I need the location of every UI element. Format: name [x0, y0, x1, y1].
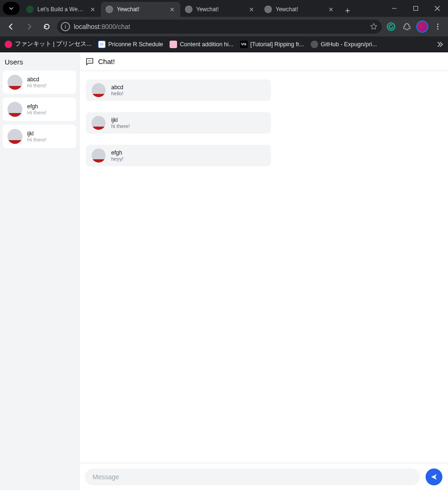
user-name: ijkl	[27, 130, 47, 137]
reload-button[interactable]	[39, 19, 54, 34]
forward-button[interactable]	[21, 19, 36, 34]
browser-titlebar: Let's Build a WebSo ✕ Yewchat! ✕ Yewchat…	[0, 0, 448, 17]
bookmark-icon: VG	[240, 41, 248, 48]
close-tab-icon[interactable]: ✕	[327, 6, 334, 13]
bookmark-star-icon[interactable]	[370, 22, 378, 31]
grammarly-extension-icon[interactable]	[384, 20, 398, 33]
minimize-button[interactable]	[384, 0, 405, 17]
address-bar[interactable]: i localhost:8000/chat	[57, 20, 382, 34]
svg-point-2	[387, 23, 395, 30]
message-sender: abcd	[111, 84, 123, 91]
window-controls	[384, 0, 448, 17]
tab-title: Let's Build a WebSo	[37, 6, 85, 13]
bookmark-item[interactable]: 31 Priconne R Schedule	[98, 41, 163, 48]
close-tab-icon[interactable]: ✕	[248, 6, 255, 13]
bookmark-icon	[311, 41, 318, 48]
svg-point-3	[437, 24, 439, 25]
message-bubble: efgh heyy!	[86, 145, 271, 166]
bookmark-icon	[170, 41, 177, 48]
user-card[interactable]: ijkl Hi there!	[3, 125, 76, 148]
favicon-icon	[106, 6, 113, 13]
bookmark-label: Priconne R Schedule	[108, 41, 163, 48]
bookmark-label: Content addition hi...	[180, 41, 234, 48]
tab-title: Yewchat!	[117, 6, 164, 13]
browser-tab[interactable]: Yewchat! ✕	[180, 2, 260, 17]
extensions-icon[interactable]	[400, 20, 413, 33]
user-card[interactable]: efgh Hi there!	[3, 98, 76, 121]
chat-main: Chat! abcd hello! ijkl hi there!	[79, 52, 448, 490]
message-text: hi there!	[111, 123, 130, 129]
message-sender: efgh	[111, 149, 123, 156]
send-button[interactable]	[426, 469, 442, 485]
message-avatar	[92, 83, 106, 97]
close-window-button[interactable]	[427, 0, 448, 17]
message-text: hello!	[111, 91, 123, 96]
bookmarks-bar: ファンキット | プリンセス... 31 Priconne R Schedule…	[0, 36, 448, 52]
bookmark-icon: 31	[98, 41, 106, 48]
svg-point-4	[437, 26, 439, 28]
message-input[interactable]	[85, 469, 420, 485]
close-tab-icon[interactable]: ✕	[89, 6, 96, 13]
page-content: Users abcd Hi there! efgh Hi there! ij	[0, 52, 448, 490]
user-list: abcd Hi there! efgh Hi there! ijkl Hi th…	[0, 71, 79, 148]
browser-tab[interactable]: Yewchat! ✕	[101, 2, 180, 17]
profile-avatar[interactable]	[416, 21, 428, 33]
user-status: Hi there!	[27, 110, 47, 115]
bookmark-label: GitHub - Expugn/pri...	[321, 41, 377, 48]
user-card[interactable]: abcd Hi there!	[3, 71, 76, 94]
svg-rect-1	[414, 7, 418, 11]
svg-point-7	[89, 60, 90, 61]
favicon-icon	[26, 6, 34, 13]
browser-tab[interactable]: Yewchat! ✕	[260, 2, 339, 17]
message-text: heyy!	[111, 156, 123, 162]
message-bubble: ijkl hi there!	[86, 112, 271, 134]
message-bubble: abcd hello!	[86, 79, 271, 101]
new-tab-button[interactable]: ＋	[341, 4, 354, 17]
user-status: Hi there!	[27, 137, 47, 142]
favicon-icon	[264, 6, 272, 13]
tab-title: Yewchat!	[196, 6, 244, 13]
tab-title: Yewchat!	[276, 6, 323, 13]
browser-tab[interactable]: Let's Build a WebSo ✕	[21, 2, 101, 17]
user-name: efgh	[27, 103, 47, 110]
sidebar-title: Users	[0, 52, 79, 71]
bookmark-label: ファンキット | プリンセス...	[15, 40, 92, 48]
bookmark-icon	[5, 41, 12, 48]
svg-point-5	[437, 28, 439, 30]
chat-header: Chat!	[79, 52, 448, 71]
chat-title: Chat!	[98, 57, 115, 65]
chat-icon	[85, 57, 94, 66]
message-sender: ijkl	[111, 117, 130, 123]
site-info-icon[interactable]: i	[61, 22, 70, 31]
address-path: :8000/chat	[100, 23, 130, 30]
bookmark-item[interactable]: GitHub - Expugn/pri...	[311, 41, 377, 48]
bookmark-item[interactable]: VG [Tutorial] Ripping fr...	[240, 41, 304, 48]
message-composer	[79, 463, 448, 490]
address-text: localhost:8000/chat	[74, 23, 130, 30]
bookmark-item[interactable]: ファンキット | プリンセス...	[5, 40, 92, 48]
tabs-row: Let's Build a WebSo ✕ Yewchat! ✕ Yewchat…	[21, 0, 384, 17]
users-sidebar: Users abcd Hi there! efgh Hi there! ij	[0, 52, 79, 490]
user-avatar	[7, 102, 22, 117]
maximize-button[interactable]	[405, 0, 427, 17]
favicon-icon	[185, 6, 192, 13]
bookmark-label: [Tutorial] Ripping fr...	[250, 41, 304, 48]
browser-toolbar: i localhost:8000/chat	[0, 17, 448, 36]
user-name: abcd	[27, 76, 47, 83]
message-avatar	[92, 149, 106, 163]
messages-list[interactable]: abcd hello! ijkl hi there! efgh heyy!	[79, 71, 448, 463]
address-host: localhost	[74, 23, 100, 30]
back-button[interactable]	[4, 19, 19, 34]
svg-point-6	[88, 60, 89, 61]
user-avatar	[7, 75, 22, 90]
user-avatar	[7, 129, 22, 144]
user-status: Hi there!	[27, 83, 47, 88]
bookmark-item[interactable]: Content addition hi...	[170, 41, 234, 48]
svg-point-8	[91, 60, 92, 61]
browser-menu-icon[interactable]	[431, 20, 444, 33]
tab-search-button[interactable]	[3, 2, 20, 15]
message-avatar	[92, 116, 106, 130]
close-tab-icon[interactable]: ✕	[168, 6, 176, 13]
bookmarks-overflow-icon[interactable]	[436, 41, 443, 48]
